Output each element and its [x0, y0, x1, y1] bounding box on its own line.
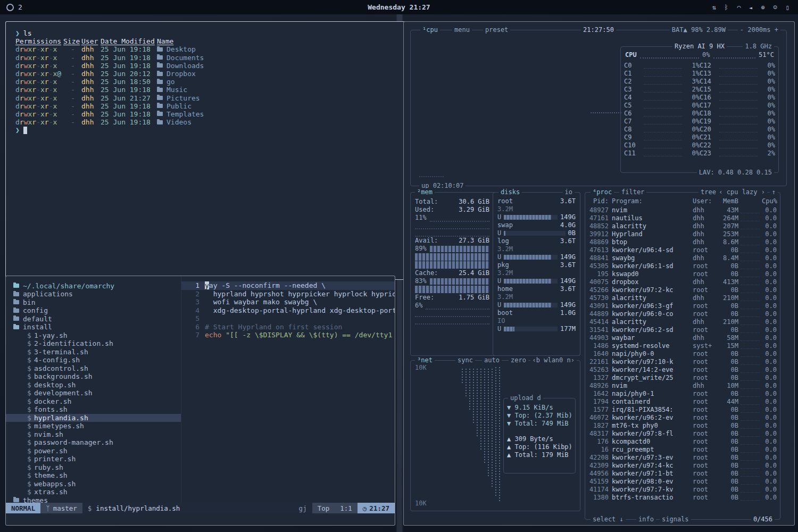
process-row[interactable]: 47161 nautilus dhh 264M 0.0 [588, 214, 777, 222]
updates-icon[interactable] [711, 4, 717, 11]
process-row[interactable]: 44889 kworker/u96:0-co root 0B 0.0 [588, 310, 777, 318]
process-row[interactable]: 31541 kworker/u96:2-sd root 0B 0.0 [588, 326, 777, 334]
signals-hint[interactable]: signals [660, 516, 691, 523]
process-row[interactable]: 45266 kworker/u97:2-kc root 0B 0.0 [588, 286, 777, 294]
col-pid[interactable]: Pid: [588, 197, 612, 205]
file-tree-item[interactable]: bin [6, 298, 181, 307]
process-row[interactable]: 48926 nvim dhh 10M 0.0 [588, 382, 777, 390]
file-tree-item[interactable]: fonts.sh [6, 405, 181, 414]
scroll-up-icon[interactable]: ↑ [770, 188, 778, 196]
process-row[interactable]: 44903 waybar dhh 58M 0.0 [588, 334, 777, 342]
col-program[interactable]: Program: [612, 197, 693, 205]
file-tree-root[interactable]: ~/.local/share/omarchy [6, 281, 181, 290]
file-tree-item[interactable]: theme.sh [6, 471, 181, 480]
file-tree-item[interactable]: docker.sh [6, 397, 181, 406]
file-tree-item[interactable]: power.sh [6, 447, 181, 455]
editor-window[interactable]: ~/.local/share/omarchy applications bin … [5, 276, 395, 526]
file-tree-item[interactable]: hyprlandia.sh [6, 414, 181, 422]
process-row[interactable]: 1327 dmcrypt_write/25 root 0B 0.0 [588, 374, 777, 382]
process-row[interactable]: 22161 kworker/u97:10-k root 0B 0.0 [588, 358, 777, 366]
process-row[interactable]: 48841 swaybg dhh 8.4M 0.0 [588, 254, 777, 262]
net-interface-selector[interactable]: ‹b wlan0 n› [530, 356, 577, 364]
file-tree-item[interactable]: desktop.sh [6, 381, 181, 389]
menu-button[interactable]: menu [452, 26, 472, 34]
disks-box-title[interactable]: disks [498, 188, 522, 196]
preset-button[interactable]: preset [483, 26, 510, 34]
process-row[interactable]: 48927 nvim dhh 43M 0.0 [588, 206, 777, 214]
file-tree-item[interactable]: webapps.sh [6, 480, 181, 488]
workspace-indicator[interactable]: 2 [0, 3, 22, 11]
process-row[interactable]: 1642 napi/phy0-1 root 0B 0.0 [588, 390, 777, 398]
io-mode-button[interactable]: io [563, 188, 575, 196]
file-tree-item[interactable]: 1-yay.sh [6, 331, 181, 340]
process-row[interactable]: 46072 kworker/u96:2-ev root 0B 0.0 [588, 414, 777, 422]
file-tree-item[interactable]: 4-config.sh [6, 356, 181, 364]
process-row[interactable]: 42309 kworker/u97:4-kc root 0B 0.0 [588, 462, 777, 470]
file-tree-item[interactable]: xtras.sh [6, 488, 181, 496]
sort-selector[interactable]: ‹ cpu lazy › [717, 188, 767, 196]
clock[interactable]: Wednesday 21:27 [368, 3, 430, 11]
file-tree-item[interactable]: mimetypes.sh [6, 422, 181, 430]
process-row[interactable]: 39912 Hyprland dhh 253M 0.0 [588, 230, 777, 238]
mem-box-title[interactable]: ²mem [415, 188, 435, 196]
file-tree-item[interactable]: config [6, 306, 181, 315]
process-row[interactable]: 47613 kworker/u96:4-sd root 0B 0.0 [588, 246, 777, 254]
process-row[interactable]: 48869 btop dhh 8.6M 0.0 [588, 238, 777, 246]
process-row[interactable]: 1577 irq/81-PIXA3854: root 0B 0.0 [588, 406, 777, 414]
filter-button[interactable]: filter [619, 188, 646, 196]
file-tree-item[interactable]: ruby.sh [6, 463, 181, 472]
process-row[interactable]: 48317 kworker/u97:8-fl root 0B 0.0 [588, 430, 777, 438]
process-row[interactable]: 45305 kworker/u96:1-sd root 0B 0.0 [588, 262, 777, 270]
process-row[interactable]: 45159 kworker/u98:0-ev root 0B 0.0 [588, 478, 777, 486]
file-tree-item[interactable]: themes [6, 496, 181, 503]
process-row[interactable]: 1380 btrfs-transactio root 0B 0.0 [588, 494, 777, 502]
net-box-title[interactable]: ³net [415, 356, 435, 364]
net-auto-button[interactable]: auto [482, 356, 502, 364]
process-row[interactable]: 1794 containerd root 44M 0.0 [588, 398, 777, 406]
process-row[interactable]: 43091 kworker/u96:3-gf root 0B 0.0 [588, 302, 777, 310]
file-tree-item[interactable]: asdcontrol.sh [6, 364, 181, 373]
cpu-box-title[interactable]: ¹cpu [420, 26, 440, 34]
file-tree-item[interactable]: development.sh [6, 389, 181, 397]
process-row[interactable]: 41174 kworker/u97:7-kv root 0B 0.0 [588, 486, 777, 494]
bluetooth-icon[interactable] [723, 4, 729, 11]
proc-box-title[interactable]: ⁴proc [591, 188, 614, 196]
col-cpu[interactable]: Cpu% [762, 197, 777, 205]
process-row[interactable]: 1640 napi/phy0-0 root 0B 0.0 [588, 350, 777, 358]
process-row[interactable]: 48852 alacritty dhh 207M 0.0 [588, 222, 777, 230]
battery-icon[interactable] [784, 4, 791, 11]
process-row[interactable]: 45414 alacritty dhh 210M 0.0 [588, 318, 777, 326]
file-tree-item[interactable]: backgrounds.sh [6, 372, 181, 381]
select-hint[interactable]: select ↓ [591, 516, 626, 523]
process-row[interactable]: 44956 kworker/u97:1-bt root 0B 0.0 [588, 470, 777, 478]
file-tree-item[interactable]: password-manager.sh [6, 438, 181, 447]
net-sync-button[interactable]: sync [455, 356, 475, 364]
tree-toggle-button[interactable]: tree [699, 188, 718, 196]
process-row[interactable]: 176 kcompactd0 root 0B 0.0 [588, 438, 777, 446]
col-memory[interactable]: MemB [717, 197, 738, 205]
volume-icon[interactable] [747, 4, 754, 11]
process-row[interactable]: 1486 systemd-resolve syst+ 15M 0.0 [588, 342, 777, 350]
file-tree-item[interactable]: default [6, 315, 181, 323]
process-row[interactable]: 45730 alacritty dhh 210M 0.0 [588, 294, 777, 302]
process-row[interactable]: 42208 kworker/u97:3-ev root 0B 0.0 [588, 454, 777, 462]
process-row[interactable]: 40075 dropbox dhh 413M 0.0 [588, 278, 777, 286]
network-icon[interactable] [760, 4, 766, 11]
user-icon[interactable] [772, 4, 778, 11]
col-user[interactable]: User: [693, 197, 717, 205]
process-row[interactable]: 195 kswapd0 root 0B 0.0 [588, 270, 777, 278]
file-tree-item[interactable]: applications [6, 290, 181, 298]
net-zero-button[interactable]: zero [509, 356, 528, 364]
info-hint[interactable]: info [636, 516, 656, 523]
file-tree-item[interactable]: 2-identification.sh [6, 339, 181, 348]
workspace-number[interactable]: 2 [18, 3, 22, 11]
file-tree-item[interactable]: printer.sh [6, 455, 181, 463]
file-tree-item[interactable]: install [6, 323, 181, 331]
wifi-icon[interactable] [735, 4, 742, 11]
file-tree-item[interactable]: 3-terminal.sh [6, 348, 181, 356]
file-tree-item[interactable]: nvim.sh [6, 430, 181, 439]
system-monitor-window[interactable]: ¹cpu menu preset 21:27:50 BAT▲ 98% 2.89W… [403, 21, 795, 526]
update-interval-control[interactable]: - 2000ms + [738, 26, 780, 34]
terminal-window[interactable]: ❯ ls Permissions Size User Date Modified… [5, 21, 406, 280]
prompt-line-empty[interactable]: ❯ [15, 126, 406, 134]
